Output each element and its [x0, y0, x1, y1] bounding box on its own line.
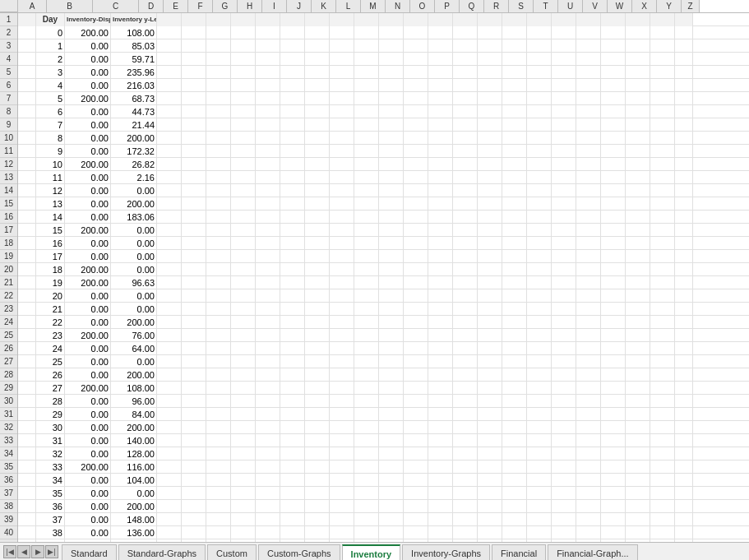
cell-extra-19-5[interactable]	[280, 263, 305, 276]
cell-extra-5-3[interactable]	[231, 79, 256, 92]
cell-extra-14-1[interactable]	[182, 197, 206, 211]
cell-extra-21-21[interactable]	[675, 289, 693, 303]
cell-extra-22-17[interactable]	[576, 303, 601, 316]
cell-extra-38-20[interactable]	[650, 513, 675, 526]
cell-extra-26-16[interactable]	[552, 355, 576, 368]
cell-extra-22-0[interactable]	[157, 303, 182, 316]
tab-inventory[interactable]: Inventory	[342, 544, 401, 561]
cell-extra-25-17[interactable]	[576, 342, 601, 355]
cell-extra-32-1[interactable]	[182, 434, 206, 447]
cell-extra-38-1[interactable]	[182, 513, 206, 526]
cell-extra-17-11[interactable]	[428, 237, 453, 250]
cell-extra-5-19[interactable]	[626, 79, 650, 92]
cell-extra-18-9[interactable]	[379, 250, 404, 263]
cell-extra-1-16[interactable]	[552, 26, 576, 39]
cell-extra-35-2[interactable]	[206, 474, 231, 487]
cell-extra-36-0[interactable]	[157, 487, 182, 500]
cell-extra-31-8[interactable]	[354, 421, 379, 434]
cell-extra-19-17[interactable]	[576, 263, 601, 276]
cell-extra-5-5[interactable]	[280, 79, 305, 92]
cell-extra-4-8[interactable]	[354, 66, 379, 79]
cell-extra-8-6[interactable]	[305, 118, 330, 132]
cell-extra-11-8[interactable]	[354, 158, 379, 171]
cell-c-23[interactable]: 0.00	[65, 316, 111, 329]
cell-extra-4-2[interactable]	[206, 66, 231, 79]
cell-extra-16-4[interactable]	[256, 224, 280, 237]
cell-extra-6-7[interactable]	[330, 92, 354, 105]
cell-a-18[interactable]	[18, 250, 36, 263]
cell-extra-2-3[interactable]	[231, 39, 256, 53]
cell-a-20[interactable]	[18, 276, 36, 289]
cell-extra-32-5[interactable]	[280, 434, 305, 447]
cell-d-4[interactable]: 235.96	[111, 66, 157, 79]
cell-extra-7-3[interactable]	[231, 105, 256, 118]
cell-extra-19-15[interactable]	[527, 263, 552, 276]
cell-d-10[interactable]: 172.32	[111, 145, 157, 158]
cell-extra-8-11[interactable]	[428, 118, 453, 132]
cell-extra-0-14[interactable]	[502, 13, 527, 26]
cell-extra-28-3[interactable]	[231, 382, 256, 395]
cell-extra-17-2[interactable]	[206, 237, 231, 250]
cell-extra-8-4[interactable]	[256, 118, 280, 132]
cell-extra-25-6[interactable]	[305, 342, 330, 355]
cell-extra-31-4[interactable]	[256, 421, 280, 434]
cell-extra-16-15[interactable]	[527, 224, 552, 237]
cell-extra-30-13[interactable]	[478, 408, 502, 421]
cell-extra-18-5[interactable]	[280, 250, 305, 263]
cell-extra-23-11[interactable]	[428, 316, 453, 329]
cell-extra-10-21[interactable]	[675, 145, 693, 158]
cell-extra-0-9[interactable]	[379, 13, 404, 26]
cell-extra-3-21[interactable]	[675, 53, 693, 66]
cell-extra-26-19[interactable]	[626, 355, 650, 368]
cell-extra-34-18[interactable]	[601, 460, 626, 474]
cell-extra-6-17[interactable]	[576, 92, 601, 105]
cell-extra-4-16[interactable]	[552, 66, 576, 79]
cell-b-31[interactable]: 30	[36, 421, 65, 434]
cell-extra-37-11[interactable]	[428, 500, 453, 513]
cell-d-11[interactable]: 26.82	[111, 158, 157, 171]
cell-extra-27-7[interactable]	[330, 368, 354, 382]
cell-extra-35-19[interactable]	[626, 474, 650, 487]
cell-extra-13-13[interactable]	[478, 184, 502, 197]
cell-extra-3-4[interactable]	[256, 53, 280, 66]
cell-extra-18-16[interactable]	[552, 250, 576, 263]
cell-extra-26-6[interactable]	[305, 355, 330, 368]
cell-extra-23-21[interactable]	[675, 316, 693, 329]
cell-extra-31-2[interactable]	[206, 421, 231, 434]
cell-extra-28-0[interactable]	[157, 382, 182, 395]
cell-extra-36-7[interactable]	[330, 487, 354, 500]
cell-extra-11-16[interactable]	[552, 158, 576, 171]
cell-extra-34-15[interactable]	[527, 460, 552, 474]
cell-extra-8-12[interactable]	[453, 118, 478, 132]
cell-extra-33-0[interactable]	[157, 447, 182, 460]
cell-extra-31-13[interactable]	[478, 421, 502, 434]
cell-extra-20-20[interactable]	[650, 276, 675, 289]
cell-c-22[interactable]: 0.00	[65, 303, 111, 316]
cell-d-18[interactable]: 0.00	[111, 250, 157, 263]
cell-extra-20-19[interactable]	[626, 276, 650, 289]
cell-extra-20-6[interactable]	[305, 276, 330, 289]
cell-c-39[interactable]: 0.00	[65, 526, 111, 539]
cell-extra-19-13[interactable]	[478, 263, 502, 276]
cell-extra-21-3[interactable]	[231, 289, 256, 303]
cell-extra-15-10[interactable]	[404, 211, 428, 224]
cell-extra-28-5[interactable]	[280, 382, 305, 395]
cell-extra-37-10[interactable]	[404, 500, 428, 513]
cell-extra-16-17[interactable]	[576, 224, 601, 237]
cell-d-19[interactable]: 0.00	[111, 263, 157, 276]
cell-extra-14-13[interactable]	[478, 197, 502, 211]
cell-extra-14-7[interactable]	[330, 197, 354, 211]
cell-extra-32-19[interactable]	[626, 434, 650, 447]
cell-extra-37-5[interactable]	[280, 500, 305, 513]
cell-extra-1-1[interactable]	[182, 26, 206, 39]
cell-extra-38-6[interactable]	[305, 513, 330, 526]
cell-extra-20-8[interactable]	[354, 276, 379, 289]
cell-a-22[interactable]	[18, 303, 36, 316]
cell-extra-1-0[interactable]	[157, 26, 182, 39]
cell-extra-12-16[interactable]	[552, 171, 576, 184]
cell-d-3[interactable]: 59.71	[111, 53, 157, 66]
cell-extra-11-2[interactable]	[206, 158, 231, 171]
cell-extra-11-10[interactable]	[404, 158, 428, 171]
cell-extra-25-0[interactable]	[157, 342, 182, 355]
cell-extra-16-20[interactable]	[650, 224, 675, 237]
